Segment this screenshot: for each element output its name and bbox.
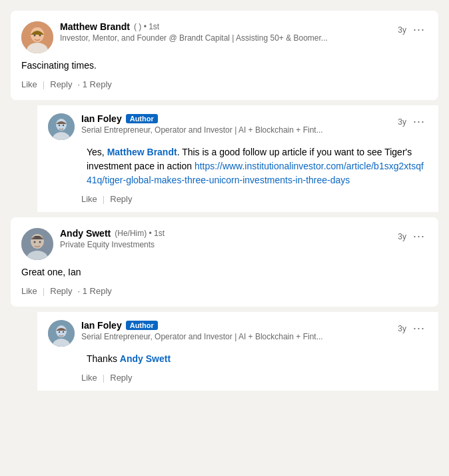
- divider: |: [43, 79, 45, 89]
- like-button[interactable]: Like: [21, 79, 37, 89]
- divider: |: [103, 373, 105, 383]
- svg-point-4: [34, 35, 36, 37]
- comment-header: Matthew Brandt ( ) • 1st Investor, Mento…: [21, 21, 428, 53]
- comment-body: Fascinating times.: [21, 59, 428, 73]
- comment-actions: Like | Reply · 1 Reply: [21, 286, 428, 296]
- user-info-andy: Andy Swett (He/Him) • 1st Private Equity…: [60, 228, 398, 249]
- comment-body: Great one, Ian: [21, 265, 428, 279]
- comment-left: Andy Swett (He/Him) • 1st Private Equity…: [21, 228, 398, 260]
- connection-badge: ( ) • 1st: [134, 22, 159, 31]
- name-line: Ian Foley Author: [81, 320, 398, 331]
- comment-actions: Like | Reply: [48, 373, 428, 383]
- avatar-matthew: [21, 21, 53, 53]
- comment-actions: Like | Reply: [48, 194, 428, 204]
- comment-meta-right: 3y ···: [398, 228, 428, 245]
- user-name: Ian Foley: [81, 320, 122, 331]
- timestamp: 3y: [398, 25, 406, 35]
- comment-body-ian-matthew: Yes, Matthew Brandt. This is a good foll…: [87, 145, 428, 187]
- avatar-ian-2: [48, 320, 75, 347]
- reply-button[interactable]: Reply: [110, 194, 132, 204]
- reply-ian-andy: Ian Foley Author Serial Entrepreneur, Op…: [37, 312, 438, 391]
- reply-count: · 1 Reply: [78, 286, 112, 296]
- connection-badge: (He/Him) • 1st: [115, 229, 165, 238]
- comment-meta-right: 3y ···: [398, 320, 428, 337]
- mention-andy[interactable]: Andy Swett: [120, 353, 171, 364]
- svg-point-15: [39, 241, 41, 243]
- user-name: Andy Swett: [60, 228, 111, 239]
- user-name: Matthew Brandt: [60, 21, 130, 32]
- timestamp: 3y: [398, 232, 406, 241]
- svg-point-7: [56, 119, 67, 131]
- timestamp: 3y: [398, 117, 406, 127]
- svg-point-14: [34, 241, 36, 243]
- timestamp: 3y: [398, 324, 406, 333]
- avatar-ian: [48, 113, 75, 140]
- user-title: Serial Entrepreneur, Operator and Invest…: [81, 125, 398, 135]
- comment-left: Ian Foley Author Serial Entrepreneur, Op…: [48, 113, 398, 140]
- author-badge: Author: [126, 114, 158, 123]
- name-line: Ian Foley Author: [81, 113, 398, 124]
- svg-point-10: [63, 125, 64, 126]
- comment-header: Ian Foley Author Serial Entrepreneur, Op…: [48, 320, 428, 347]
- comment-meta-right: 3y ···: [398, 113, 428, 130]
- more-options-button[interactable]: ···: [410, 320, 428, 337]
- comment-header: Ian Foley Author Serial Entrepreneur, Op…: [48, 113, 428, 140]
- name-line: Matthew Brandt ( ) • 1st: [60, 21, 398, 32]
- like-button[interactable]: Like: [81, 373, 97, 383]
- comment-meta-right: 3y ···: [398, 21, 428, 38]
- comment-left: Matthew Brandt ( ) • 1st Investor, Mento…: [21, 21, 398, 53]
- user-title: Private Equity Investments: [60, 240, 398, 249]
- comment-left: Ian Foley Author Serial Entrepreneur, Op…: [48, 320, 398, 347]
- reply-button[interactable]: Reply: [50, 79, 72, 89]
- divider: |: [103, 194, 105, 204]
- article-link[interactable]: https://www.institutionalinvestor.com/ar…: [87, 161, 424, 185]
- divider: |: [43, 286, 45, 296]
- svg-point-20: [63, 331, 64, 333]
- reply-button[interactable]: Reply: [110, 373, 132, 383]
- like-button[interactable]: Like: [21, 286, 37, 296]
- svg-point-17: [56, 325, 67, 337]
- more-options-button[interactable]: ···: [410, 113, 428, 130]
- mention-matthew[interactable]: Matthew Brandt: [107, 147, 177, 157]
- user-title: Investor, Mentor, and Founder @ Brandt C…: [60, 33, 398, 43]
- user-info-ian-2: Ian Foley Author Serial Entrepreneur, Op…: [81, 320, 398, 341]
- comment-actions: Like | Reply · 1 Reply: [21, 79, 428, 89]
- author-badge: Author: [126, 321, 158, 330]
- comment-body-ian-andy: Thanks Andy Swett: [87, 352, 428, 366]
- user-name: Ian Foley: [81, 113, 122, 124]
- user-info-matthew: Matthew Brandt ( ) • 1st Investor, Mento…: [60, 21, 398, 43]
- svg-point-5: [39, 35, 41, 37]
- svg-point-19: [59, 331, 60, 333]
- comment-matthew: Matthew Brandt ( ) • 1st Investor, Mento…: [11, 11, 438, 100]
- user-title: Serial Entrepreneur, Operator and Invest…: [81, 332, 398, 341]
- more-options-button[interactable]: ···: [410, 228, 428, 245]
- avatar-andy: [21, 228, 53, 260]
- user-info-ian: Ian Foley Author Serial Entrepreneur, Op…: [81, 113, 398, 135]
- comment-andy: Andy Swett (He/Him) • 1st Private Equity…: [11, 217, 438, 307]
- comment-header: Andy Swett (He/Him) • 1st Private Equity…: [21, 228, 428, 260]
- svg-point-9: [59, 125, 60, 126]
- more-options-button[interactable]: ···: [410, 21, 428, 38]
- like-button[interactable]: Like: [81, 194, 97, 204]
- reply-count: · 1 Reply: [78, 79, 112, 89]
- name-line: Andy Swett (He/Him) • 1st: [60, 228, 398, 239]
- reply-ian-matthew: Ian Foley Author Serial Entrepreneur, Op…: [37, 105, 438, 212]
- reply-button[interactable]: Reply: [50, 286, 72, 296]
